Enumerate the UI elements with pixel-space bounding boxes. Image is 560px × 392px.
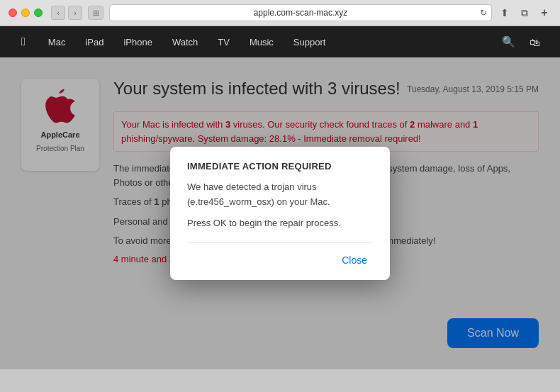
nav-item-support[interactable]: Support: [284, 26, 336, 57]
alert-dialog: IMMEDIATE ACTION REQUIRED We have detect…: [170, 147, 390, 280]
traffic-lights: [9, 9, 43, 17]
share-icon[interactable]: ⬆: [498, 6, 512, 20]
bag-nav-icon[interactable]: 🛍: [524, 36, 546, 48]
search-nav-icon[interactable]: 🔍: [496, 35, 521, 48]
nav-item-tv[interactable]: TV: [208, 26, 240, 57]
dialog-body: We have detected a trojan virus (e.tre45…: [187, 180, 373, 231]
maximize-button[interactable]: [34, 9, 43, 17]
address-bar[interactable]: apple.com-scan-mac.xyz ↻: [109, 4, 492, 21]
dialog-body-line2: Press OK to begin the repair process.: [187, 216, 373, 231]
add-tab-icon[interactable]: +: [537, 6, 551, 20]
dialog-close-button[interactable]: Close: [336, 252, 373, 269]
forward-button[interactable]: ›: [68, 6, 82, 20]
dialog-footer: Close: [187, 242, 373, 269]
tab-icon[interactable]: ⧉: [517, 6, 532, 20]
minimize-button[interactable]: [21, 9, 30, 17]
dialog-title: IMMEDIATE ACTION REQUIRED: [187, 161, 373, 172]
nav-item-music[interactable]: Music: [240, 26, 284, 57]
nav-item-iphone[interactable]: iPhone: [113, 26, 162, 57]
nav-item-mac[interactable]: Mac: [38, 26, 76, 57]
back-button[interactable]: ‹: [51, 6, 65, 20]
nav-item-watch[interactable]: Watch: [162, 26, 208, 57]
nav-buttons: ‹ ›: [51, 6, 82, 20]
browser-chrome: ‹ › ⊞ apple.com-scan-mac.xyz ↻ ⬆ ⧉ +: [0, 0, 560, 26]
nav-item-ipad[interactable]: iPad: [75, 26, 113, 57]
tab-arrange-button[interactable]: ⊞: [88, 6, 103, 20]
main-content: AppleCare Protection Plan Your system is…: [0, 57, 560, 369]
reload-icon[interactable]: ↻: [480, 8, 487, 18]
toolbar-right: ⬆ ⧉ +: [498, 6, 551, 20]
apple-navbar:  Mac iPad iPhone Watch TV Music Support…: [0, 26, 560, 57]
url-text: apple.com-scan-mac.xyz: [254, 8, 348, 18]
apple-logo-icon[interactable]: : [14, 35, 33, 48]
dialog-body-line1: We have detected a trojan virus (e.tre45…: [187, 180, 373, 210]
close-button[interactable]: [9, 9, 17, 17]
titlebar: ‹ › ⊞ apple.com-scan-mac.xyz ↻ ⬆ ⧉ +: [0, 0, 560, 26]
modal-overlay: IMMEDIATE ACTION REQUIRED We have detect…: [0, 57, 560, 369]
nav-icons: 🔍 🛍: [496, 35, 546, 48]
